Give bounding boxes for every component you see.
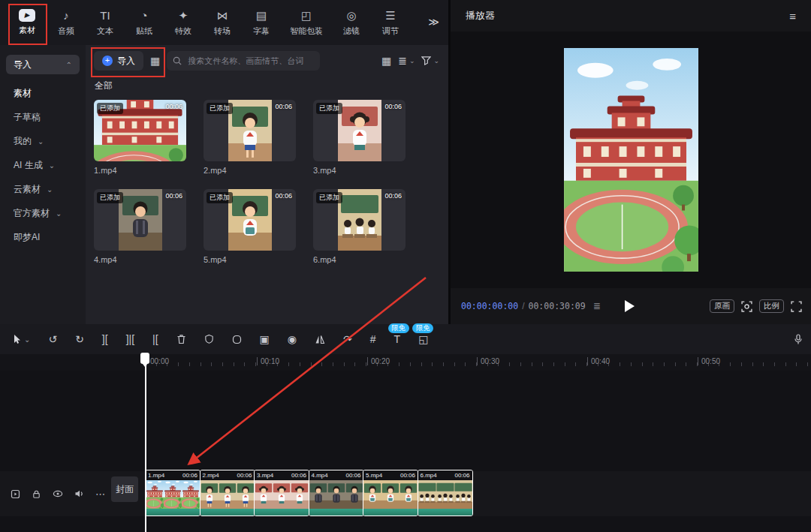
sidebar-item-ai-generate[interactable]: AI 生成 ⌄ <box>6 154 80 176</box>
sort-icon[interactable]: ≣ ⌄ <box>398 55 415 67</box>
play-button[interactable] <box>625 300 635 312</box>
sidebar-item-import[interactable]: 导入 ⌃ <box>6 55 80 74</box>
ratio-button[interactable]: 比例 <box>759 299 784 313</box>
tab-sticker[interactable]: ◔ 贴纸 <box>125 9 164 37</box>
crop-icon[interactable]: # <box>370 333 376 345</box>
search-box <box>167 51 320 71</box>
auto-reframe-icon[interactable]: 限免 ◱ <box>418 333 428 345</box>
chevron-down-icon: ⌄ <box>47 185 53 194</box>
clip-duration: 00:06 <box>291 472 306 479</box>
current-time: 00:00:00:00 <box>461 301 518 311</box>
video-preview[interactable] <box>564 48 698 272</box>
record-voiceover-icon[interactable] <box>793 334 803 345</box>
delete-icon[interactable] <box>176 334 186 344</box>
tab-text[interactable]: TI 文本 <box>86 9 125 37</box>
tab-audio[interactable]: ♪ 音频 <box>47 9 86 37</box>
clip-duration: 00:06 <box>237 472 252 479</box>
duration-label: 00:06 <box>384 103 402 110</box>
media-card-1[interactable]: 已添加 00:06 1.mp4 <box>94 100 186 175</box>
split-icon[interactable]: ][ <box>102 333 108 345</box>
media-card-3[interactable]: 已添加 00:06 3.mp4 <box>313 100 406 175</box>
keyframe-icon[interactable]: ◉ <box>288 333 297 345</box>
total-time: 00:00:30:09 <box>529 301 586 311</box>
tab-subtitle[interactable]: ▤ 字幕 <box>242 9 281 37</box>
clip-name: 4.mp4 <box>312 472 328 479</box>
timeline-clip-5[interactable]: 5.mp4 00:06 <box>363 470 418 516</box>
trim-right-icon[interactable]: |[ <box>152 333 158 345</box>
audio-icon: ♪ <box>63 9 69 23</box>
import-mode-grid-icon[interactable]: ▦ <box>150 55 160 67</box>
player-menu-icon[interactable]: ≡ <box>789 10 796 23</box>
tab-smart-package[interactable]: ◰ 智能包装 <box>281 9 332 37</box>
preview-focus-icon[interactable] <box>741 301 752 312</box>
file-name: 4.mp4 <box>94 255 186 264</box>
added-badge: 已添加 <box>97 192 123 203</box>
timeline-clip-4[interactable]: 4.mp4 00:06 <box>309 470 364 516</box>
lock-track-icon[interactable] <box>32 489 41 499</box>
ruler-label: 00:40 <box>587 357 610 365</box>
file-name: 3.mp4 <box>313 166 406 175</box>
select-tool-icon[interactable]: ⌄ <box>12 334 30 344</box>
tab-media[interactable]: ▶ 素材 <box>8 9 47 36</box>
timeline-clip-2[interactable]: 2.mp4 00:06 <box>200 470 255 516</box>
sidebar-item-material[interactable]: 素材 <box>6 82 80 104</box>
tab-effects[interactable]: ✦ 特效 <box>164 9 203 37</box>
sidebar-item-official-material[interactable]: 官方素材 ⌄ <box>6 202 80 224</box>
sidebar-item-subdraft[interactable]: 子草稿 <box>6 106 80 128</box>
tab-adjust[interactable]: ☰ 调节 <box>371 9 410 37</box>
media-card-6[interactable]: 已添加 00:06 6.mp4 <box>313 189 406 264</box>
text-tracking-icon[interactable]: 限免 T <box>394 333 401 345</box>
undo-icon[interactable]: ↺ <box>48 333 57 345</box>
subtitle-icon: ▤ <box>256 9 267 23</box>
added-badge: 已添加 <box>316 103 342 114</box>
chevron-down-icon: ⌄ <box>56 209 62 218</box>
search-input[interactable] <box>186 56 314 66</box>
rotate-icon[interactable]: ↷ <box>343 333 352 345</box>
fullscreen-icon[interactable] <box>791 301 802 312</box>
main-track-icon[interactable] <box>11 489 20 499</box>
thumbnail-boy <box>119 189 162 251</box>
playhead-handle[interactable] <box>140 353 149 364</box>
rounded-mask-icon[interactable] <box>232 335 242 344</box>
smart-package-icon: ◰ <box>301 9 312 23</box>
filter-funnel-icon[interactable]: ⌄ <box>421 56 439 65</box>
school-preview-image <box>564 48 698 272</box>
redo-icon[interactable]: ↻ <box>75 333 84 345</box>
tab-transition[interactable]: ⋈ 转场 <box>203 9 242 37</box>
mask-icon[interactable] <box>204 334 214 344</box>
media-card-2[interactable]: 已添加 00:06 2.mp4 <box>204 100 296 175</box>
cover-button[interactable]: 封面 <box>111 476 138 502</box>
clip-duration: 00:06 <box>400 472 415 479</box>
timeline-clips: 1.mp4 00:06 2.mp4 00:06 <box>145 470 472 516</box>
tab-filter[interactable]: ◎ 滤镜 <box>332 9 371 37</box>
sidebar-item-jimeng-ai[interactable]: 即梦AI <box>6 226 80 248</box>
clip-duration: 00:06 <box>345 472 360 479</box>
timeline-clip-1[interactable]: 1.mp4 00:06 <box>145 470 200 516</box>
clip-name: 3.mp4 <box>257 472 273 479</box>
tab-label: 字幕 <box>253 26 270 37</box>
trim-left-icon[interactable]: ]|[ <box>126 333 134 345</box>
timeline-ruler[interactable]: 00:00 00:10 00:20 00:30 00:40 00:50 <box>0 354 811 371</box>
timeline-clip-3[interactable]: 3.mp4 00:06 <box>254 470 309 516</box>
media-card-5[interactable]: 已添加 00:06 5.mp4 <box>204 189 296 264</box>
mute-track-icon[interactable] <box>74 489 84 498</box>
original-quality-button[interactable]: 原画 <box>710 299 734 313</box>
section-label-all[interactable]: 全部 <box>95 80 113 92</box>
hide-track-icon[interactable] <box>53 489 63 498</box>
overlay-icon[interactable]: ▣ <box>260 333 270 345</box>
text-icon: TI <box>100 9 110 23</box>
grid-view-icon[interactable]: ▦ <box>381 55 391 67</box>
more-options-icon[interactable]: ⋯ <box>95 488 105 500</box>
audio-strip <box>418 509 472 515</box>
sidebar-item-cloud-material[interactable]: 云素材 ⌄ <box>6 178 80 200</box>
ruler-label: 00:10 <box>257 357 279 365</box>
import-button[interactable]: + 导入 <box>94 51 143 71</box>
media-card-4[interactable]: 已添加 00:06 4.mp4 <box>94 189 186 264</box>
timeline-clip-6[interactable]: 6.mp4 00:06 <box>418 470 473 516</box>
collapse-panel-icon[interactable]: ≫ <box>428 16 439 28</box>
timecode-options-icon[interactable]: ≣ <box>593 301 601 311</box>
audio-strip <box>309 509 363 515</box>
tab-label: 调节 <box>382 26 399 37</box>
sidebar-item-mine[interactable]: 我的 ⌄ <box>6 130 80 152</box>
mirror-flip-icon[interactable] <box>315 335 325 344</box>
